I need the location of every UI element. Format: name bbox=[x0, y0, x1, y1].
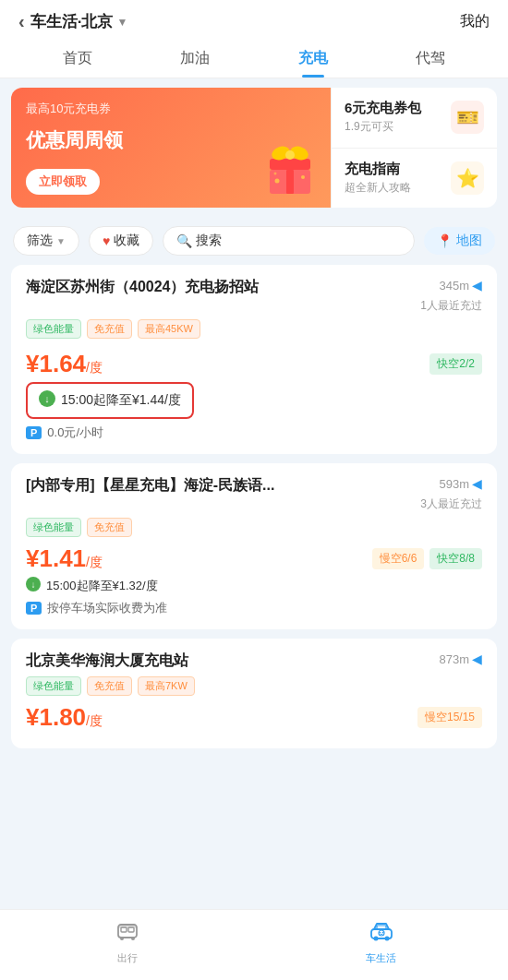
banner-section: 最高10元充电券 优惠周周领 bbox=[11, 88, 497, 208]
tag-green-energy: 绿色能量 bbox=[26, 676, 81, 696]
station-header: [内部专用]【星星充电】海淀-民族语... 593m ◀ 3人最近充过 bbox=[26, 476, 482, 512]
station-header: 海淀区苏州街（40024）充电扬招站 345m ◀ 1人最近充过 bbox=[26, 278, 482, 314]
price-drop-text: 15:00起降至¥1.44/度 bbox=[61, 392, 181, 409]
price-drop-row: ↓ 15:00起降至¥1.32/度 bbox=[26, 577, 482, 594]
header: ‹ 车生活·北京 ▼ 我的 首页 加油 充电 代驾 bbox=[0, 0, 508, 78]
filter-label: 筛选 bbox=[27, 233, 53, 249]
svg-point-21 bbox=[373, 937, 378, 941]
coupon-icon: 🎫 bbox=[451, 101, 484, 134]
price-drop-icon: ↓ bbox=[39, 390, 55, 411]
svg-point-9 bbox=[274, 173, 277, 175]
station-slots: 慢空6/6 快空8/8 bbox=[372, 548, 482, 569]
station-tags: 绿色能量 免充值 最高7KW bbox=[26, 676, 482, 696]
coupon-pack-button[interactable]: 6元充电券包 1.9元可买 🎫 bbox=[332, 88, 497, 149]
guide-icon: ⭐ bbox=[451, 161, 484, 195]
gift-icon bbox=[257, 133, 323, 202]
svg-point-18 bbox=[131, 937, 135, 940]
price-unit: /度 bbox=[86, 360, 103, 375]
price-unit: /度 bbox=[86, 555, 103, 569]
station-header: 北京美华海润大厦充电站 873m ◀ bbox=[26, 651, 482, 671]
station-card[interactable]: 海淀区苏州街（40024）充电扬招站 345m ◀ 1人最近充过 绿色能量 免充… bbox=[11, 265, 497, 454]
svg-point-22 bbox=[384, 937, 389, 941]
station-distance: 345m ◀ bbox=[439, 278, 482, 293]
carlife-icon bbox=[369, 917, 394, 949]
parking-fee: 0.0元/小时 bbox=[47, 424, 103, 441]
location-title: 车生活·北京 bbox=[30, 11, 114, 32]
svg-rect-1 bbox=[270, 159, 310, 170]
station-tags: 绿色能量 免充值 最高45KW bbox=[26, 319, 200, 339]
tag-max-power: 最高7KW bbox=[138, 676, 195, 696]
tab-charge[interactable]: 充电 bbox=[254, 42, 372, 78]
heart-icon: ♥ bbox=[103, 233, 110, 248]
back-button[interactable]: ‹ 车生活·北京 ▼ bbox=[18, 11, 127, 32]
svg-text:↓: ↓ bbox=[44, 393, 50, 404]
parking-fee: 按停车场实际收费为准 bbox=[47, 600, 167, 616]
parking-icon: P bbox=[26, 602, 42, 615]
station-name: 北京美华海润大厦充电站 bbox=[26, 651, 431, 671]
charge-guide-title: 充电指南 bbox=[345, 161, 411, 178]
station-name: [内部专用]【星星充电】海淀-民族语... bbox=[26, 476, 413, 496]
price-value: ¥1.41 bbox=[26, 544, 86, 572]
slow-slot-badge: 慢空15/15 bbox=[417, 707, 482, 728]
tab-home[interactable]: 首页 bbox=[18, 42, 137, 78]
svg-point-5 bbox=[285, 150, 295, 160]
price-value: ¥1.80 bbox=[26, 703, 86, 731]
svg-rect-23 bbox=[377, 926, 386, 929]
travel-label: 出行 bbox=[117, 951, 138, 965]
station-recent: 3人最近充过 bbox=[420, 496, 482, 512]
nav-tabs: 首页 加油 充电 代驾 bbox=[18, 42, 490, 78]
station-price: ¥1.41/度 bbox=[26, 544, 103, 573]
content-area: 最高10元充电券 优惠周周领 bbox=[0, 88, 508, 831]
my-button[interactable]: 我的 bbox=[460, 12, 490, 31]
price-drop-alert: ↓ 15:00起降至¥1.44/度 bbox=[26, 382, 194, 419]
tab-drive[interactable]: 代驾 bbox=[372, 42, 490, 78]
banner-promo[interactable]: 最高10元充电券 优惠周周领 bbox=[11, 88, 331, 208]
header-top-row: ‹ 车生活·北京 ▼ 我的 bbox=[18, 11, 490, 32]
filter-arrow-icon: ▼ bbox=[56, 236, 66, 246]
price-drop-text: 15:00起降至¥1.32/度 bbox=[46, 578, 158, 594]
tag-free-charge: 免充值 bbox=[87, 676, 132, 696]
filter-button[interactable]: 筛选 ▼ bbox=[13, 226, 79, 256]
map-pin-icon: 📍 bbox=[437, 233, 453, 248]
banner-right: 6元充电券包 1.9元可买 🎫 充电指南 超全新人攻略 ⭐ bbox=[331, 88, 497, 208]
search-label: 搜索 bbox=[196, 233, 222, 249]
navigate-icon: ◀ bbox=[472, 278, 482, 293]
map-button[interactable]: 📍 地图 bbox=[424, 227, 495, 255]
station-recent: 1人最近充过 bbox=[420, 298, 482, 314]
station-slots: 快空2/2 bbox=[429, 353, 482, 375]
bottom-nav: 出行 车生活 bbox=[0, 909, 508, 980]
charge-guide-button[interactable]: 充电指南 超全新人攻略 ⭐ bbox=[332, 149, 497, 209]
station-card[interactable]: 北京美华海润大厦充电站 873m ◀ 绿色能量 免充值 最高7KW ¥1.80/… bbox=[11, 639, 497, 748]
claim-coupon-button[interactable]: 立即领取 bbox=[26, 169, 100, 195]
svg-point-17 bbox=[120, 937, 124, 940]
station-slots: 慢空15/15 bbox=[417, 707, 482, 728]
svg-point-25 bbox=[379, 932, 381, 934]
filter-bar: 筛选 ▼ ♥ 收藏 🔍 搜索 📍 地图 bbox=[0, 217, 508, 265]
price-unit: /度 bbox=[86, 713, 103, 728]
fast-slot-badge: 快空8/8 bbox=[429, 548, 482, 569]
collect-label: 收藏 bbox=[114, 233, 139, 249]
bottom-nav-carlife[interactable]: 车生活 bbox=[254, 917, 508, 965]
carlife-label: 车生活 bbox=[366, 951, 396, 965]
bottom-nav-travel[interactable]: 出行 bbox=[0, 917, 254, 965]
svg-text:↓: ↓ bbox=[31, 580, 36, 590]
tab-fuel[interactable]: 加油 bbox=[137, 42, 255, 78]
collect-button[interactable]: ♥ 收藏 bbox=[89, 226, 153, 256]
price-value: ¥1.64 bbox=[26, 350, 86, 377]
search-icon: 🔍 bbox=[176, 233, 192, 248]
coupon-pack-subtitle: 1.9元可买 bbox=[345, 119, 421, 135]
station-price: ¥1.80/度 bbox=[26, 703, 103, 732]
map-label: 地图 bbox=[456, 233, 482, 249]
price-drop-icon: ↓ bbox=[26, 577, 41, 594]
svg-point-7 bbox=[275, 179, 280, 184]
navigate-icon: ◀ bbox=[472, 651, 482, 666]
svg-point-26 bbox=[381, 932, 383, 934]
tag-green-energy: 绿色能量 bbox=[26, 518, 81, 537]
station-card[interactable]: [内部专用]【星星充电】海淀-民族语... 593m ◀ 3人最近充过 绿色能量… bbox=[11, 463, 497, 629]
coupon-pack-title: 6元充电券包 bbox=[345, 100, 421, 117]
tag-free-charge: 免充值 bbox=[87, 518, 132, 537]
search-button[interactable]: 🔍 搜索 bbox=[163, 226, 415, 256]
tag-free-charge: 免充值 bbox=[87, 319, 132, 339]
station-name: 海淀区苏州街（40024）充电扬招站 bbox=[26, 278, 413, 297]
travel-icon bbox=[115, 917, 140, 949]
